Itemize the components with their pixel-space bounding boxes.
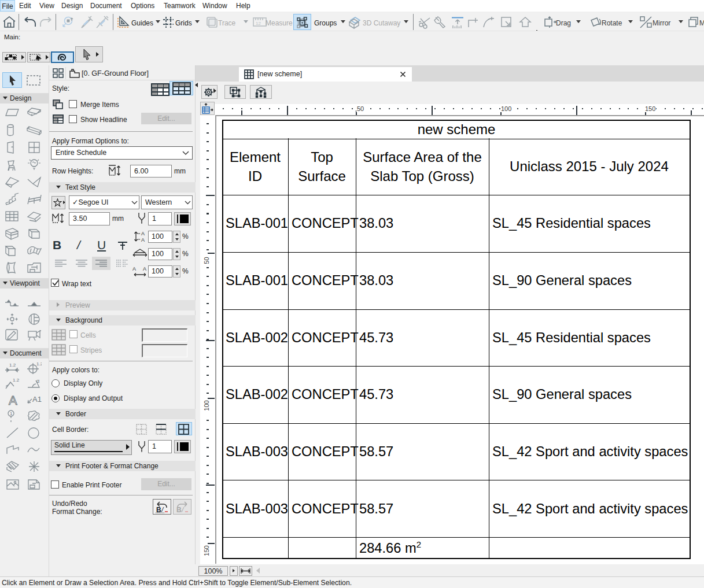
svg-text:/: / [161, 506, 164, 513]
svg-text:/: / [181, 506, 185, 513]
svg-text:1.2: 1.2 [13, 378, 20, 383]
svg-text:A: A [9, 394, 17, 406]
svg-text:1: 1 [10, 411, 13, 416]
svg-text:α: α [36, 378, 39, 384]
svg-text:A: A [132, 266, 136, 272]
svg-text:A1: A1 [32, 395, 42, 404]
svg-text:B: B [156, 506, 161, 513]
svg-text:A: A [141, 231, 145, 236]
svg-text:1.2: 1.2 [36, 361, 42, 367]
svg-text:A: A [141, 237, 145, 242]
svg-text:1.2: 1.2 [9, 363, 16, 368]
svg-text:B: B [176, 506, 182, 513]
svg-text:A: A [143, 266, 146, 272]
svg-text:12: 12 [256, 21, 261, 26]
